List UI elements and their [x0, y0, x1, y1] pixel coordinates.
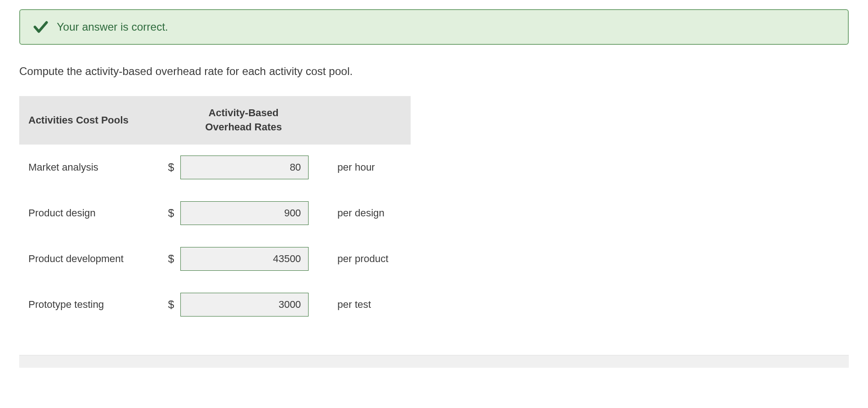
footer-block	[19, 355, 849, 368]
checkmark-icon	[33, 19, 49, 35]
table-row: Market analysis $ per hour	[19, 145, 411, 190]
currency-symbol: $	[168, 161, 174, 174]
unit-label: per design	[328, 190, 411, 236]
overhead-rates-table: Activities Cost Pools Activity-Based Ove…	[19, 96, 411, 327]
currency-symbol: $	[168, 252, 174, 265]
activity-label: Prototype testing	[19, 282, 159, 327]
question-instruction: Compute the activity-based overhead rate…	[19, 65, 868, 78]
table-row: Product development $ per product	[19, 236, 411, 282]
activity-label: Product development	[19, 236, 159, 282]
header-rates-line1: Activity-Based	[209, 107, 279, 118]
currency-symbol: $	[168, 207, 174, 220]
header-rates-line2: Overhead Rates	[205, 121, 282, 133]
activity-label: Product design	[19, 190, 159, 236]
unit-label: per product	[328, 236, 411, 282]
rate-input-product-development[interactable]	[180, 247, 309, 271]
rate-input-product-design[interactable]	[180, 201, 309, 225]
activity-label: Market analysis	[19, 145, 159, 190]
unit-label: per test	[328, 282, 411, 327]
table-row: Product design $ per design	[19, 190, 411, 236]
table-row: Prototype testing $ per test	[19, 282, 411, 327]
rate-input-market-analysis[interactable]	[180, 156, 309, 179]
success-alert: Your answer is correct.	[19, 9, 849, 45]
rate-input-prototype-testing[interactable]	[180, 293, 309, 317]
unit-label: per hour	[328, 145, 411, 190]
success-message: Your answer is correct.	[57, 21, 168, 33]
header-rates: Activity-Based Overhead Rates	[159, 96, 328, 145]
header-unit-blank	[328, 96, 411, 145]
currency-symbol: $	[168, 298, 174, 311]
header-activities: Activities Cost Pools	[19, 96, 159, 145]
